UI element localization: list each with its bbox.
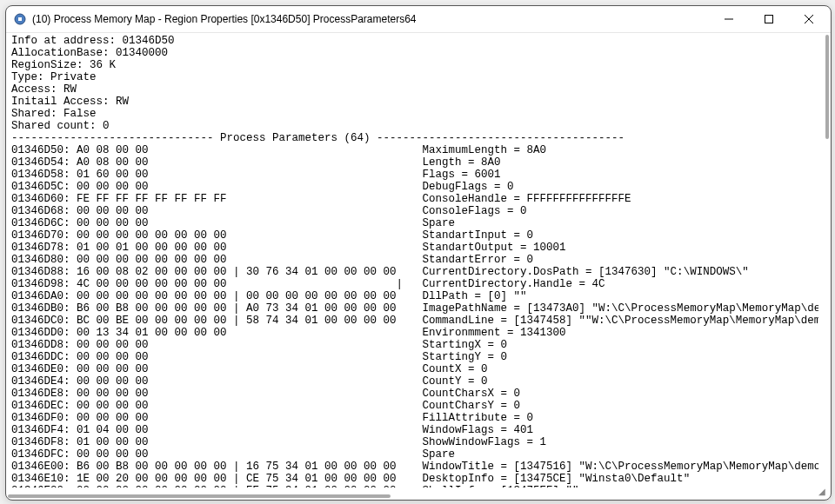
minimize-button[interactable]	[709, 6, 749, 32]
resize-grip-icon[interactable]: ◢	[818, 487, 827, 496]
svg-rect-1	[18, 17, 22, 21]
content-area: Info at address: 01346D50 AllocationBase…	[6, 32, 831, 500]
app-icon	[13, 12, 27, 26]
window-frame: (10) Process Memory Map - Region Propert…	[5, 5, 832, 501]
close-button[interactable]	[789, 6, 829, 32]
svg-rect-3	[765, 16, 773, 23]
memory-dump-text[interactable]: Info at address: 01346D50 AllocationBase…	[8, 33, 818, 487]
horizontal-scroll-thumb[interactable]	[8, 494, 391, 498]
titlebar[interactable]: (10) Process Memory Map - Region Propert…	[6, 6, 831, 32]
window-title: (10) Process Memory Map - Region Propert…	[32, 13, 417, 25]
vertical-scroll-thumb[interactable]	[825, 35, 829, 139]
maximize-button[interactable]	[749, 6, 789, 32]
horizontal-scrollbar[interactable]	[8, 489, 817, 498]
vertical-scrollbar[interactable]	[820, 35, 829, 486]
